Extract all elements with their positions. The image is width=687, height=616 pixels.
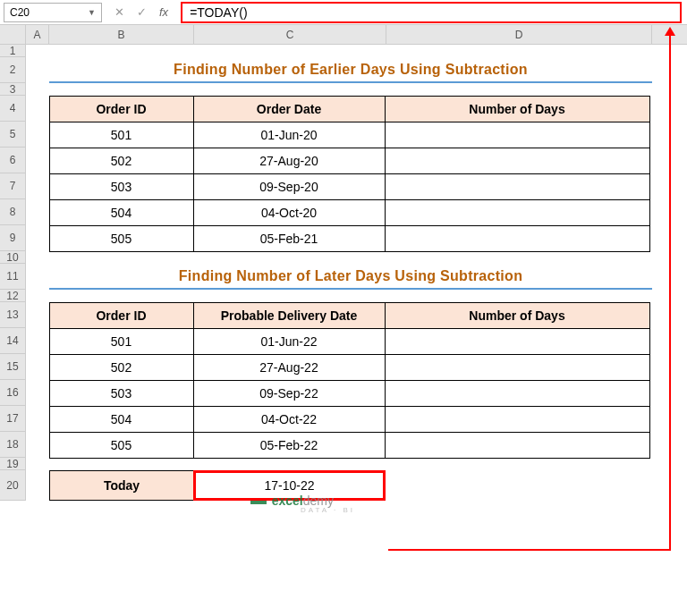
annotation-arrow-horizontal <box>388 549 671 551</box>
table-row: 504 04-Oct-20 <box>49 199 652 225</box>
title-later-days: Finding Number of Later Days Using Subtr… <box>49 264 652 290</box>
cell[interactable] <box>385 199 650 226</box>
cell[interactable] <box>385 173 650 200</box>
cell[interactable]: 503 <box>49 173 194 200</box>
table-row: 503 09-Sep-22 <box>49 380 652 406</box>
column-headers: A B C D <box>0 25 687 45</box>
cell[interactable]: 503 <box>49 380 194 407</box>
row-header[interactable]: 7 <box>0 173 26 199</box>
cell[interactable]: 09-Sep-20 <box>193 173 386 200</box>
cell[interactable] <box>385 354 650 381</box>
watermark-sub: DATA · BI <box>301 506 355 514</box>
cell[interactable]: 504 <box>49 406 194 433</box>
header-delivery-date[interactable]: Probable Delivery Date <box>193 302 386 329</box>
formula-input-value: =TODAY() <box>190 5 247 20</box>
cell[interactable]: 09-Sep-22 <box>193 380 386 407</box>
row-header[interactable]: 11 <box>0 264 26 290</box>
row-header[interactable]: 4 <box>0 96 26 122</box>
row-header[interactable]: 18 <box>0 432 26 458</box>
table-row: 504 04-Oct-22 <box>49 406 652 432</box>
table-row: 502 27-Aug-20 <box>49 148 652 173</box>
grid: 1 2 3 4 5 6 7 8 9 10 11 12 13 14 15 16 1… <box>0 45 687 501</box>
row-header[interactable]: 17 <box>0 406 26 432</box>
cell[interactable]: 505 <box>49 432 194 459</box>
row-header[interactable]: 9 <box>0 225 26 251</box>
enter-icon[interactable]: ✓ <box>137 5 147 19</box>
header-order-date[interactable]: Order Date <box>193 96 386 122</box>
name-box[interactable]: C20 ▼ <box>4 3 102 22</box>
cell[interactable]: 05-Feb-21 <box>193 225 386 252</box>
table-row: 505 05-Feb-21 <box>49 225 652 251</box>
today-row: Today 17-10-22 <box>49 470 652 501</box>
header-number-days[interactable]: Number of Days <box>385 302 650 329</box>
select-all-corner[interactable] <box>0 25 26 44</box>
header-order-id[interactable]: Order ID <box>49 302 194 329</box>
header-number-days[interactable]: Number of Days <box>385 96 650 122</box>
annotation-arrow-head-icon <box>665 27 675 36</box>
cell[interactable]: 502 <box>49 148 194 174</box>
row-header[interactable]: 19 <box>0 458 26 470</box>
cell[interactable] <box>385 225 650 252</box>
row-header[interactable]: 6 <box>0 148 26 173</box>
table-row: 502 27-Aug-22 <box>49 354 652 380</box>
table-row: 505 05-Feb-22 <box>49 432 652 458</box>
row-headers: 1 2 3 4 5 6 7 8 9 10 11 12 13 14 15 16 1… <box>0 45 26 501</box>
cell[interactable]: 502 <box>49 354 194 381</box>
row-header[interactable]: 5 <box>0 122 26 148</box>
row-header[interactable]: 14 <box>0 328 26 354</box>
cell[interactable]: 501 <box>49 122 194 148</box>
cells-area[interactable]: Finding Number of Earlier Days Using Sub… <box>26 45 687 501</box>
row-header[interactable]: 12 <box>0 290 26 302</box>
col-header-a[interactable]: A <box>26 25 49 44</box>
row-header[interactable]: 8 <box>0 199 26 225</box>
row-header[interactable]: 3 <box>0 83 26 96</box>
cell[interactable]: 01-Jun-22 <box>193 328 386 355</box>
annotation-arrow-vertical <box>669 32 671 551</box>
table-later-days: Order ID Probable Delivery Date Number o… <box>49 302 652 458</box>
table-row: 501 01-Jun-22 <box>49 328 652 354</box>
table-row: 503 09-Sep-20 <box>49 173 652 199</box>
cell[interactable]: 505 <box>49 225 194 252</box>
col-header-c[interactable]: C <box>194 25 386 44</box>
cell[interactable]: 27-Aug-22 <box>193 354 386 381</box>
row-header[interactable]: 15 <box>0 354 26 380</box>
watermark-bar-icon <box>250 501 267 504</box>
cell[interactable] <box>385 380 650 407</box>
cell[interactable]: 504 <box>49 199 194 226</box>
cell[interactable] <box>385 122 650 148</box>
formula-bar: C20 ▼ ✕ ✓ fx =TODAY() <box>0 0 687 25</box>
row-header[interactable]: 1 <box>0 45 26 57</box>
header-order-id[interactable]: Order ID <box>49 96 194 122</box>
cell[interactable]: 01-Jun-20 <box>193 122 386 148</box>
cell[interactable]: 27-Aug-20 <box>193 148 386 174</box>
table-row: Order ID Probable Delivery Date Number o… <box>49 302 652 328</box>
formula-bar-icons: ✕ ✓ fx <box>114 5 168 19</box>
cell[interactable]: 05-Feb-22 <box>193 432 386 459</box>
cell[interactable]: 04-Oct-22 <box>193 406 386 433</box>
cell[interactable] <box>385 328 650 355</box>
row-header[interactable]: 10 <box>0 251 26 264</box>
today-label[interactable]: Today <box>49 470 194 501</box>
cancel-icon[interactable]: ✕ <box>114 5 124 19</box>
row-header[interactable]: 20 <box>0 470 26 501</box>
cell[interactable] <box>385 406 650 433</box>
cell[interactable]: 501 <box>49 328 194 355</box>
col-header-d[interactable]: D <box>386 25 652 44</box>
formula-input[interactable]: =TODAY() <box>181 2 682 23</box>
fx-icon[interactable]: fx <box>159 5 168 19</box>
table-row: Order ID Order Date Number of Days <box>49 96 652 122</box>
row-header[interactable]: 13 <box>0 302 26 328</box>
cell[interactable]: 04-Oct-20 <box>193 199 386 226</box>
name-box-value: C20 <box>10 6 30 19</box>
table-earlier-days: Order ID Order Date Number of Days 501 0… <box>49 96 652 251</box>
table-row: 501 01-Jun-20 <box>49 122 652 148</box>
row-header[interactable]: 2 <box>0 57 26 83</box>
title-earlier-days: Finding Number of Earlier Days Using Sub… <box>49 57 652 83</box>
cell[interactable] <box>385 432 650 459</box>
today-value-cell[interactable]: 17-10-22 <box>193 470 386 501</box>
row-header[interactable]: 16 <box>0 380 26 406</box>
cell[interactable] <box>385 148 650 174</box>
col-header-b[interactable]: B <box>49 25 194 44</box>
dropdown-icon[interactable]: ▼ <box>88 8 96 17</box>
